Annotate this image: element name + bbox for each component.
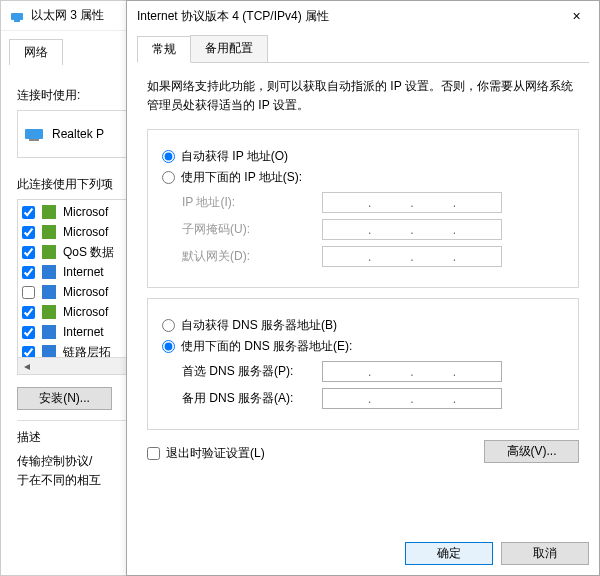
- back-title: 以太网 3 属性: [31, 7, 104, 24]
- tcpip-properties-dialog: Internet 协议版本 4 (TCP/IPv4) 属性 × 常规 备用配置 …: [126, 0, 600, 576]
- validate-on-exit[interactable]: 退出时验证设置(L): [147, 445, 265, 462]
- subnet-mask-row: 子网掩码(U): ...: [162, 219, 564, 240]
- radio-dns-auto-input[interactable]: [162, 319, 175, 332]
- radio-ip-auto[interactable]: 自动获得 IP 地址(O): [162, 148, 564, 165]
- default-gateway-label: 默认网关(D):: [162, 248, 322, 265]
- item-checkbox[interactable]: [22, 226, 35, 239]
- item-label: Microsof: [63, 285, 108, 299]
- advanced-button[interactable]: 高级(V)...: [484, 440, 579, 463]
- protocol-icon: [41, 284, 57, 300]
- svg-rect-8: [42, 285, 56, 299]
- tab-network[interactable]: 网络: [9, 39, 63, 65]
- cancel-button[interactable]: 取消: [501, 542, 589, 565]
- svg-rect-4: [42, 205, 56, 219]
- close-button[interactable]: ×: [554, 1, 599, 31]
- adapter-name: Realtek P: [52, 127, 104, 141]
- radio-ip-manual[interactable]: 使用下面的 IP 地址(S):: [162, 169, 564, 186]
- protocol-icon: [41, 264, 57, 280]
- subnet-mask-label: 子网掩码(U):: [162, 221, 322, 238]
- default-gateway-input: ...: [322, 246, 502, 267]
- alternate-dns-row: 备用 DNS 服务器(A): ...: [162, 388, 564, 409]
- radio-dns-manual-input[interactable]: [162, 340, 175, 353]
- item-checkbox[interactable]: [22, 306, 35, 319]
- protocol-icon: [41, 224, 57, 240]
- tab-alternate-config[interactable]: 备用配置: [190, 35, 268, 62]
- radio-ip-manual-input[interactable]: [162, 171, 175, 184]
- front-title: Internet 协议版本 4 (TCP/IPv4) 属性: [137, 8, 329, 25]
- svg-rect-2: [25, 129, 43, 139]
- protocol-icon: [41, 244, 57, 260]
- front-content: 如果网络支持此功能，则可以获取自动指派的 IP 设置。否则，你需要从网络系统管理…: [127, 63, 599, 473]
- validate-label: 退出时验证设置(L): [166, 445, 265, 462]
- radio-ip-manual-label: 使用下面的 IP 地址(S):: [181, 169, 302, 186]
- item-checkbox[interactable]: [22, 206, 35, 219]
- item-checkbox[interactable]: [22, 286, 35, 299]
- front-titlebar: Internet 协议版本 4 (TCP/IPv4) 属性 ×: [127, 1, 599, 31]
- preferred-dns-row: 首选 DNS 服务器(P): ...: [162, 361, 564, 382]
- network-adapter-icon: [9, 8, 25, 24]
- ok-button[interactable]: 确定: [405, 542, 493, 565]
- close-icon: ×: [572, 8, 580, 24]
- ip-address-label: IP 地址(I):: [162, 194, 322, 211]
- svg-rect-7: [42, 265, 56, 279]
- ip-address-row: IP 地址(I): ...: [162, 192, 564, 213]
- protocol-icon: [41, 304, 57, 320]
- help-text: 如果网络支持此功能，则可以获取自动指派的 IP 设置。否则，你需要从网络系统管理…: [147, 77, 579, 115]
- item-checkbox[interactable]: [22, 246, 35, 259]
- validate-checkbox[interactable]: [147, 447, 160, 460]
- item-checkbox[interactable]: [22, 326, 35, 339]
- default-gateway-row: 默认网关(D): ...: [162, 246, 564, 267]
- radio-ip-auto-input[interactable]: [162, 150, 175, 163]
- item-label: Internet: [63, 265, 104, 279]
- svg-rect-3: [29, 139, 39, 141]
- svg-rect-9: [42, 305, 56, 319]
- front-tabstrip: 常规 备用配置: [137, 35, 589, 63]
- alternate-dns-input[interactable]: ...: [322, 388, 502, 409]
- item-label: Microsof: [63, 225, 108, 239]
- item-label: Internet: [63, 325, 104, 339]
- tab-general[interactable]: 常规: [137, 36, 191, 63]
- svg-rect-1: [14, 20, 20, 22]
- preferred-dns-label: 首选 DNS 服务器(P):: [162, 363, 322, 380]
- radio-dns-auto-label: 自动获得 DNS 服务器地址(B): [181, 317, 337, 334]
- ip-settings-group: 自动获得 IP 地址(O) 使用下面的 IP 地址(S): IP 地址(I): …: [147, 129, 579, 288]
- svg-rect-10: [42, 325, 56, 339]
- svg-rect-6: [42, 245, 56, 259]
- ip-address-input: ...: [322, 192, 502, 213]
- scroll-left-icon[interactable]: ◂: [18, 358, 35, 374]
- radio-dns-auto[interactable]: 自动获得 DNS 服务器地址(B): [162, 317, 564, 334]
- svg-rect-5: [42, 225, 56, 239]
- dialog-button-row: 确定 取消: [127, 542, 599, 575]
- radio-ip-auto-label: 自动获得 IP 地址(O): [181, 148, 288, 165]
- protocol-icon: [41, 324, 57, 340]
- advanced-row: 退出时验证设置(L) 高级(V)...: [147, 440, 579, 463]
- alternate-dns-label: 备用 DNS 服务器(A):: [162, 390, 322, 407]
- install-button[interactable]: 安装(N)...: [17, 387, 112, 410]
- item-checkbox[interactable]: [22, 266, 35, 279]
- protocol-icon: [41, 204, 57, 220]
- item-label: Microsof: [63, 205, 108, 219]
- dns-settings-group: 自动获得 DNS 服务器地址(B) 使用下面的 DNS 服务器地址(E): 首选…: [147, 298, 579, 430]
- radio-dns-manual[interactable]: 使用下面的 DNS 服务器地址(E):: [162, 338, 564, 355]
- preferred-dns-input[interactable]: ...: [322, 361, 502, 382]
- radio-dns-manual-label: 使用下面的 DNS 服务器地址(E):: [181, 338, 352, 355]
- item-label: Microsof: [63, 305, 108, 319]
- svg-rect-0: [11, 13, 23, 20]
- subnet-mask-input: ...: [322, 219, 502, 240]
- item-label: QoS 数据: [63, 244, 114, 261]
- ethernet-icon: [24, 126, 44, 142]
